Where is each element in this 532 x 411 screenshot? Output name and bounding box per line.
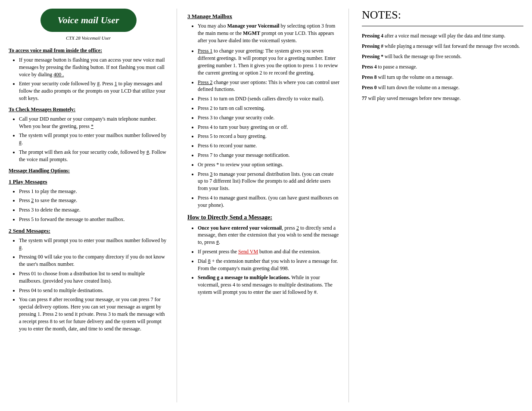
left-column: Voice mail User CTX 28 Voicemail User To…	[9, 9, 177, 402]
list-item: Press 2 to save the message.	[19, 197, 168, 204]
list-item: If your message button is flashing you c…	[19, 56, 168, 78]
list-item: Press 7 to change your message notificat…	[198, 152, 340, 159]
section1-heading: To access voice mail from inside the off…	[9, 47, 168, 54]
middle-column: 3 Manage Mailbox You may also Manage you…	[177, 9, 349, 402]
link-press2: Press 2	[198, 79, 212, 85]
list-item: Press 3 to change your security code.	[198, 114, 340, 121]
list-item: The system will prompt you to enter your…	[19, 132, 168, 146]
list-item: The prompt will then ask for your securi…	[19, 149, 168, 163]
link-star: *	[91, 123, 93, 129]
link-sendvm: Send VM	[238, 249, 258, 255]
right-column: NOTES: Pressing 4 after a voice mail mes…	[349, 9, 523, 402]
direct-send-list: Once you have entered your voicemail, pr…	[187, 224, 340, 296]
logo-container: Voice mail User	[9, 9, 168, 32]
notes-item: Press 4 to pause a message.	[362, 63, 523, 70]
direct-send-heading: How to Directly Send a Message:	[187, 214, 340, 221]
list-item: Press 5 to record a busy greeting.	[198, 133, 340, 140]
bold-sending: Sending g a message to multiple location…	[198, 274, 290, 280]
link-hash: #	[97, 81, 100, 87]
link-1: 1	[115, 81, 117, 87]
section1-list: If your message button is flashing you c…	[9, 56, 168, 102]
manage-mailbox-heading: 3 Manage Mailbox	[187, 13, 340, 20]
list-item: Press 5 to forward the message to anothe…	[19, 216, 168, 223]
list-item: Or press * to review your option setting…	[198, 161, 340, 168]
logo-oval: Voice mail User	[40, 9, 137, 32]
logo-text: Voice mail User	[58, 15, 119, 25]
notes-item: Press 0 will turn down the volume on a m…	[362, 84, 523, 91]
list-item: You may also Manage your Voicemail by se…	[198, 22, 340, 44]
notes-item: Pressing * will back the message up five…	[362, 53, 523, 60]
notes-item: 77 will play saved messages before new m…	[362, 95, 523, 102]
link-2: 2	[31, 197, 34, 203]
link-hash4: #	[19, 245, 22, 251]
list-item: Press 01 to choose from a distribution l…	[19, 270, 168, 285]
send-list: The system will prompt you to enter your…	[9, 237, 168, 333]
list-item: Sending g a message to multiple location…	[198, 274, 340, 296]
send-messages-heading: 2 Send Messages:	[9, 227, 168, 234]
list-item: Enter your security code followed by #. …	[19, 80, 168, 102]
link-hash5: #	[216, 239, 219, 245]
list-item: Press 04 to send to multiple destination…	[19, 287, 168, 294]
bold-mgmt: MGMT	[243, 30, 260, 36]
list-item: Press 1 to turn on DND (sends callers di…	[198, 95, 340, 103]
list-item: Press 3 to delete the message.	[19, 206, 168, 214]
list-item: Press 1 to change your greeting: The sys…	[198, 47, 340, 76]
list-item: Press 2 change your user options: This i…	[198, 79, 340, 93]
msg-handling-heading: Message Handling Options:	[9, 168, 168, 174]
notes-item: Press 8 will turn up the volume on a mes…	[362, 74, 523, 81]
notes-title: NOTES:	[362, 9, 523, 22]
bold-once: Once you have entered your voicemail	[198, 225, 282, 231]
list-item: Call your DID number or your company's m…	[19, 115, 168, 130]
link-8: 8	[208, 258, 211, 264]
list-item: Press 2 to turn on call screening.	[198, 105, 340, 112]
list-item: Press 1 to play the message.	[19, 188, 168, 195]
list-item: Pressing 00 will take you to the company…	[19, 253, 168, 268]
play-list: Press 1 to play the message. Press 2 to …	[9, 188, 168, 223]
list-item: Press 3 to manage your personal distribu…	[198, 171, 340, 192]
notes-item: Pressing 4 after a voice mail message wi…	[362, 32, 523, 39]
link-hash3: #	[146, 149, 149, 155]
list-item: The system will prompt you to enter your…	[19, 237, 168, 252]
manage-options-list: Press 1 to change your greeting: The sys…	[187, 47, 340, 209]
link-hash2: #	[19, 140, 22, 146]
notes-item: Pressing # while playing a message will …	[362, 43, 523, 50]
bold-manage: Manage your Voicemail	[227, 23, 279, 29]
section2-list: Call your DID number or your company's m…	[9, 115, 168, 163]
list-item: You can press # after recording your mes…	[19, 296, 168, 332]
section2-heading: To Check Messages Remotely:	[9, 106, 168, 113]
notes-divider	[362, 26, 523, 26]
link-press3: 3	[210, 171, 212, 177]
link-press2b: 2	[296, 225, 299, 231]
manage-intro-list: You may also Manage your Voicemail by se…	[187, 22, 340, 44]
list-item: Press 4 to manage guest mailbox. (you ca…	[198, 194, 340, 209]
link-press1: Press 1	[198, 48, 212, 54]
list-item: If present press the Send VM button and …	[198, 248, 340, 255]
list-item: Press 4 to turn your busy greeting on or…	[198, 124, 340, 131]
subtitle: CTX 28 Voicemail User	[9, 35, 168, 40]
play-messages-heading: 1 Play Messages	[9, 178, 168, 185]
link-400: 400 .	[53, 72, 64, 78]
list-item: Dial 8 + the extension number that you w…	[198, 258, 340, 272]
list-item: Press 6 to record your name.	[198, 142, 340, 149]
list-item: Once you have entered your voicemail, pr…	[198, 224, 340, 246]
